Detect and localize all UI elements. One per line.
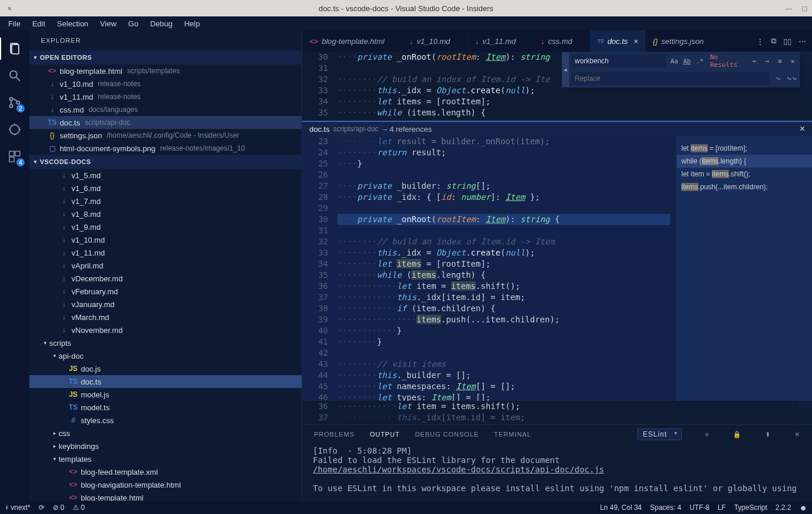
split-editor-icon[interactable]: ▯▯ bbox=[783, 37, 791, 46]
status-spaces[interactable]: Spaces: 4 bbox=[650, 503, 681, 512]
output-channel-select[interactable]: ESLint bbox=[637, 428, 681, 440]
file-item[interactable]: ↓v1_10.md bbox=[29, 233, 302, 246]
editor-tab[interactable]: ↓css.md× bbox=[534, 30, 590, 52]
status-lncol[interactable]: Ln 49, Col 34 bbox=[600, 503, 642, 512]
output-link[interactable]: /home/aeschli/workspaces/vscode-docs/scr… bbox=[313, 465, 604, 474]
status-sync-icon[interactable]: ⟳ bbox=[39, 503, 45, 512]
replace-input[interactable] bbox=[571, 72, 769, 85]
tab-overflow-icon[interactable]: ⋮ bbox=[756, 37, 764, 46]
file-item[interactable]: ↓vMarch.md bbox=[29, 311, 302, 324]
activity-extensions-icon[interactable]: 4 bbox=[0, 143, 29, 170]
status-language[interactable]: TypeScript bbox=[734, 503, 767, 512]
file-item[interactable]: #styles.css bbox=[29, 414, 302, 427]
file-item[interactable]: ↓v1_6.md bbox=[29, 182, 302, 195]
open-editor-item[interactable]: <>blog-template.htmlscripts/templates bbox=[29, 64, 302, 77]
menu-selection[interactable]: Selection bbox=[51, 18, 94, 29]
folder-item[interactable]: ▸keybindings bbox=[29, 440, 302, 452]
folder-item[interactable]: ▾api-doc bbox=[29, 349, 302, 362]
file-item[interactable]: ↓vFebruary.md bbox=[29, 285, 302, 298]
window-maximize-icon[interactable]: ▢ bbox=[797, 5, 812, 12]
panel-maximize-icon[interactable]: ⬆ bbox=[765, 431, 771, 438]
panel-tab-terminal[interactable]: TERMINAL bbox=[494, 431, 531, 438]
file-item[interactable]: ↓v1_11.md bbox=[29, 246, 302, 259]
replace-one-icon[interactable]: ⤷ bbox=[773, 75, 783, 83]
status-errors[interactable]: ⊘ 0 bbox=[53, 503, 64, 512]
reference-item[interactable]: while (items.length) { bbox=[677, 155, 812, 168]
find-close-icon[interactable]: ✕ bbox=[788, 57, 797, 65]
window-minimize-icon[interactable]: — bbox=[781, 5, 797, 12]
panel-clear-icon[interactable]: ≡ bbox=[705, 431, 709, 438]
match-case-icon[interactable]: Aa bbox=[670, 57, 679, 65]
minimap[interactable] bbox=[799, 52, 812, 121]
match-wholeword-icon[interactable]: Ab bbox=[683, 57, 692, 65]
panel-tab-output[interactable]: OUTPUT bbox=[370, 431, 400, 438]
open-editor-item[interactable]: ↓v1_11.mdrelease-notes bbox=[29, 90, 302, 103]
window-close-icon[interactable]: ✕ bbox=[4, 5, 15, 12]
find-toggle-replace-icon[interactable]: ◀ bbox=[562, 52, 569, 87]
open-editor-item[interactable]: {}settings.json/home/aeschli/.config/Cod… bbox=[29, 129, 302, 142]
reference-item[interactable]: items.push(...item.children); bbox=[677, 181, 812, 193]
references-editor[interactable]: 2324252627282930313233343536373839404142… bbox=[302, 136, 676, 401]
menu-go[interactable]: Go bbox=[122, 18, 144, 29]
open-editor-item[interactable]: TSdoc.tsscripts/api-doc bbox=[29, 116, 302, 129]
folder-item[interactable]: ▾scripts bbox=[29, 336, 302, 349]
file-item[interactable]: <>blog-feed.template.xml bbox=[29, 465, 302, 478]
status-warnings[interactable]: ⚠ 0 bbox=[73, 503, 85, 512]
file-item[interactable]: ↓v1_9.md bbox=[29, 220, 302, 233]
editor-tab[interactable]: ↓v1_11.md× bbox=[468, 30, 534, 52]
menu-debug[interactable]: Debug bbox=[144, 18, 178, 29]
activity-explorer-icon[interactable] bbox=[0, 35, 29, 62]
open-editors-header[interactable]: ▾ OPEN EDITORS bbox=[29, 50, 302, 64]
output-body[interactable]: [Info - 5:08:28 PM] Failed to load the E… bbox=[302, 444, 812, 498]
reference-item[interactable]: let items = [rootItem]; bbox=[677, 142, 812, 155]
editor-tab[interactable]: {}settings.json× bbox=[646, 30, 722, 52]
find-input[interactable] bbox=[571, 55, 666, 67]
status-branch[interactable]: ᚼ vnext* bbox=[5, 503, 30, 512]
find-selection-icon[interactable]: ≡ bbox=[776, 57, 785, 65]
file-item[interactable]: <>blog-template.html bbox=[29, 491, 302, 501]
folder-item[interactable]: ▾templates bbox=[29, 452, 302, 465]
find-prev-icon[interactable]: ← bbox=[750, 57, 759, 65]
panel-close-icon[interactable]: ✕ bbox=[794, 431, 800, 438]
editor-lower[interactable]: 3637 ············let item = items.shift(… bbox=[302, 401, 812, 424]
editor-tab[interactable]: TSdoc.ts× bbox=[590, 30, 646, 52]
project-header[interactable]: ▾ VSCODE-DOCS bbox=[29, 155, 302, 169]
menu-file[interactable]: File bbox=[2, 18, 26, 29]
activity-scm-icon[interactable]: 2 bbox=[0, 89, 29, 116]
activity-search-icon[interactable] bbox=[0, 62, 29, 89]
tab-close-icon[interactable]: × bbox=[634, 37, 639, 46]
menu-view[interactable]: View bbox=[94, 18, 122, 29]
file-item[interactable]: ↓vJanuary.md bbox=[29, 298, 302, 311]
file-item[interactable]: ↓v1_7.md bbox=[29, 195, 302, 207]
folder-item[interactable]: ▸css bbox=[29, 427, 302, 440]
replace-all-icon[interactable]: ⤷⤷ bbox=[787, 75, 797, 83]
open-editor-item[interactable]: ↓css.mddocs/languages bbox=[29, 103, 302, 116]
compare-icon[interactable]: ⧉ bbox=[771, 36, 776, 46]
minimap[interactable] bbox=[799, 401, 812, 424]
file-item[interactable]: TSdoc.ts bbox=[29, 375, 302, 388]
activity-debug-icon[interactable] bbox=[0, 116, 29, 143]
file-item[interactable]: <>blog-navigation-template.html bbox=[29, 478, 302, 491]
file-item[interactable]: ↓vNovember.md bbox=[29, 324, 302, 336]
file-item[interactable]: JSmodel.js bbox=[29, 388, 302, 401]
file-item[interactable]: TSmodel.ts bbox=[29, 401, 302, 414]
menu-edit[interactable]: Edit bbox=[26, 18, 51, 29]
open-editor-item[interactable]: ▢html-document-symbols.pngrelease-notes/… bbox=[29, 142, 302, 155]
references-close-icon[interactable]: × bbox=[800, 124, 805, 134]
status-eol[interactable]: LF bbox=[718, 503, 726, 512]
status-encoding[interactable]: UTF-8 bbox=[690, 503, 709, 512]
editor-upper[interactable]: 303132333435 ····private _onRoot(rootIte… bbox=[302, 52, 812, 121]
reference-item[interactable]: let item = items.shift(); bbox=[677, 168, 812, 181]
status-feedback-icon[interactable]: ☻ bbox=[799, 503, 807, 512]
panel-lock-icon[interactable]: 🔒 bbox=[733, 431, 742, 438]
open-editor-item[interactable]: ↓v1_10.mdrelease-notes bbox=[29, 77, 302, 90]
file-item[interactable]: ↓vApril.md bbox=[29, 259, 302, 272]
file-item[interactable]: ↓vDecember.md bbox=[29, 272, 302, 285]
regex-icon[interactable]: .* bbox=[695, 57, 704, 65]
file-item[interactable]: ↓v1_8.md bbox=[29, 207, 302, 220]
panel-tab-debug-console[interactable]: DEBUG CONSOLE bbox=[415, 431, 479, 438]
status-tsversion[interactable]: 2.2.2 bbox=[776, 503, 791, 512]
file-item[interactable]: JSdoc.js bbox=[29, 362, 302, 375]
editor-tab[interactable]: ↓v1_10.md× bbox=[402, 30, 468, 52]
find-next-icon[interactable]: → bbox=[763, 57, 772, 65]
